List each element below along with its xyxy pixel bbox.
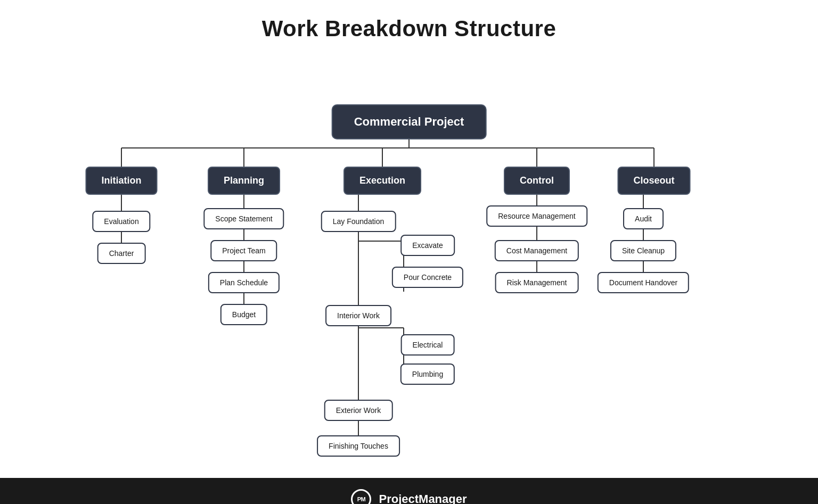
node-lay-foundation: Lay Foundation	[321, 211, 396, 232]
node-document-handover: Document Handover	[598, 272, 689, 293]
main-content: Work Breakdown Structure	[0, 0, 818, 478]
footer: PM ProjectManager	[0, 478, 818, 504]
node-project-team: Project Team	[210, 240, 277, 261]
node-finishing-touches: Finishing Touches	[317, 435, 400, 457]
node-budget: Budget	[220, 304, 267, 325]
footer-brand: ProjectManager	[379, 492, 467, 504]
node-evaluation: Evaluation	[92, 211, 150, 232]
node-exterior-work: Exterior Work	[324, 400, 393, 421]
node-site-cleanup: Site Cleanup	[610, 240, 676, 261]
node-charter: Charter	[97, 243, 146, 264]
node-plumbing: Plumbing	[400, 363, 455, 385]
l1-closeout: Closeout	[617, 167, 690, 195]
node-resource-management: Resource Management	[486, 205, 587, 227]
l1-planning: Planning	[208, 167, 280, 195]
node-interior-work: Interior Work	[325, 305, 391, 326]
l1-control: Control	[504, 167, 570, 195]
node-scope-statement: Scope Statement	[203, 208, 284, 229]
node-risk-management: Risk Management	[495, 272, 579, 293]
node-excavate: Excavate	[400, 235, 455, 256]
l1-execution: Execution	[343, 167, 421, 195]
node-cost-management: Cost Management	[495, 240, 579, 261]
node-audit: Audit	[623, 208, 664, 229]
node-electrical: Electrical	[401, 334, 455, 356]
page-title: Work Breakdown Structure	[262, 16, 557, 42]
footer-logo: PM	[351, 489, 371, 504]
node-plan-schedule: Plan Schedule	[208, 272, 280, 293]
node-pour-concrete: Pour Concrete	[392, 267, 463, 288]
root-node: Commercial Project	[332, 104, 487, 139]
diagram-area: Commercial Project Initiation Planning E…	[15, 63, 803, 467]
l1-initiation: Initiation	[86, 167, 158, 195]
